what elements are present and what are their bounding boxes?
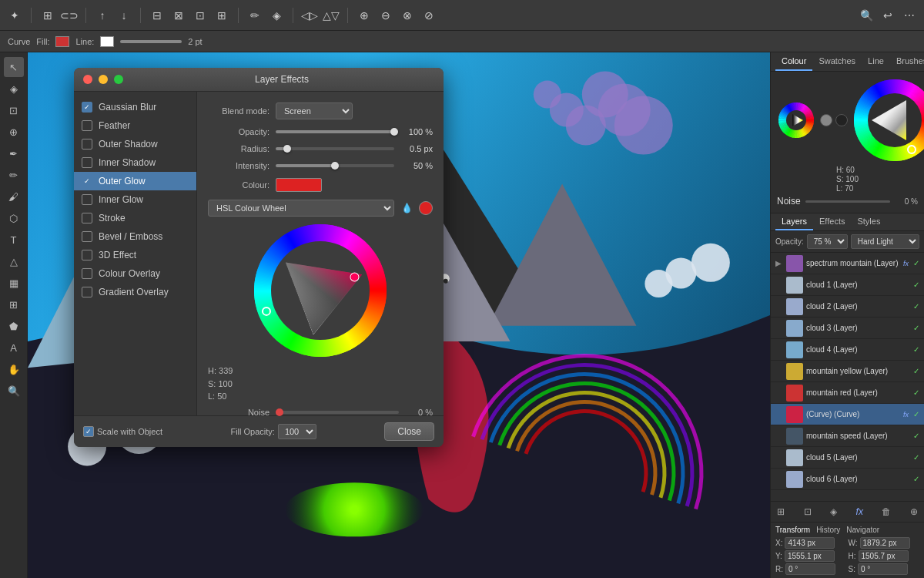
- tab-colour[interactable]: Colour: [775, 52, 812, 71]
- tab-line[interactable]: Line: [862, 52, 890, 71]
- layer-visibility-icon[interactable]: ✓: [913, 388, 919, 397]
- maximize-window-button[interactable]: [114, 75, 123, 84]
- subtract-icon[interactable]: ⊖: [377, 7, 394, 24]
- r-input[interactable]: [785, 563, 835, 575]
- mirror-v-icon[interactable]: △▽: [323, 7, 340, 24]
- s-input[interactable]: [858, 563, 908, 575]
- app-icon[interactable]: ✦: [6, 7, 23, 24]
- layer-item[interactable]: cloud 2 (Layer)✓: [771, 296, 924, 318]
- divide-icon[interactable]: ⊘: [420, 7, 437, 24]
- effect-item-feather[interactable]: Feather: [74, 116, 196, 135]
- align-icon[interactable]: ⊠: [170, 7, 187, 24]
- mirror-h-icon[interactable]: ◁▷: [301, 7, 318, 24]
- search-icon[interactable]: 🔍: [858, 7, 875, 24]
- layer-visibility-icon[interactable]: ✓: [913, 324, 919, 332]
- radius-slider[interactable]: [276, 147, 394, 150]
- add-layer-icon[interactable]: ⊞: [775, 505, 786, 519]
- node-icon[interactable]: ◈: [268, 7, 285, 24]
- layer-visibility-icon[interactable]: ✓: [913, 432, 919, 440]
- fill-opacity-dropdown[interactable]: 100 %90 %75 %50 %25 %0 %: [278, 424, 316, 439]
- grid-icon[interactable]: ⊞: [39, 7, 56, 24]
- share-icon[interactable]: ⊂⊃: [61, 7, 78, 24]
- effect-check-icon[interactable]: [82, 213, 92, 223]
- import-icon[interactable]: ↓: [116, 7, 132, 24]
- y-input[interactable]: [785, 550, 835, 562]
- duplicate-layer-icon[interactable]: ⊕: [909, 505, 919, 519]
- tab-transform[interactable]: Transform: [775, 526, 810, 534]
- brush-tool[interactable]: 🖌: [4, 187, 24, 207]
- effect-item-stroke[interactable]: Stroke: [74, 209, 196, 227]
- layer-visibility-icon[interactable]: ✓: [913, 259, 919, 267]
- boolean-icon[interactable]: ⊕: [356, 7, 373, 24]
- tab-history[interactable]: History: [816, 526, 840, 534]
- effect-item-3d-effect[interactable]: 3D Effect: [74, 246, 196, 264]
- pencil-tool[interactable]: ✏: [4, 165, 24, 185]
- more-icon[interactable]: ⋯: [901, 7, 918, 24]
- effect-check-icon[interactable]: [82, 139, 92, 150]
- effect-check-icon[interactable]: [82, 120, 92, 131]
- layer-item[interactable]: cloud 4 (Layer)✓: [771, 339, 924, 361]
- effect-check-icon[interactable]: ✓: [82, 102, 92, 113]
- scale-with-object-checkbox[interactable]: ✓ Scale with Object: [83, 426, 162, 437]
- line-width-slider[interactable]: [120, 40, 182, 43]
- h-input[interactable]: [859, 550, 909, 562]
- tab-navigator[interactable]: Navigator: [846, 526, 879, 534]
- layer-item[interactable]: cloud 6 (Layer)✓: [771, 469, 924, 490]
- select-tool[interactable]: ↖: [4, 57, 24, 77]
- layer-visibility-icon[interactable]: ✓: [913, 367, 919, 375]
- right-noise-slider[interactable]: [805, 200, 890, 203]
- layer-visibility-icon[interactable]: ✓: [913, 453, 919, 462]
- x-input[interactable]: [785, 537, 835, 549]
- layer-item[interactable]: (Curve) (Curve)fx✓: [771, 404, 924, 425]
- node-tool[interactable]: ◈: [4, 79, 24, 99]
- pen-icon[interactable]: ✏: [246, 7, 263, 24]
- colour-wheel-canvas[interactable]: [251, 221, 390, 360]
- tab-layers[interactable]: Layers: [775, 213, 813, 230]
- layer-visibility-icon[interactable]: ✓: [913, 410, 919, 418]
- blend-mode-dropdown-right[interactable]: Hard Light: [851, 234, 919, 249]
- effect-item-gaussian-blur[interactable]: ✓Gaussian Blur: [74, 98, 196, 116]
- crop-tool[interactable]: ⊡: [4, 100, 24, 120]
- layer-item[interactable]: mountain red (Layer)✓: [771, 382, 924, 404]
- effect-item-gradient-overlay[interactable]: Gradient Overlay: [74, 283, 196, 301]
- fill-tool[interactable]: ⬡: [4, 208, 24, 228]
- opacity-dropdown-right[interactable]: 75 %: [807, 234, 848, 249]
- mask-icon[interactable]: ⊡: [802, 505, 813, 519]
- effect-check-icon[interactable]: [82, 231, 92, 242]
- effect-check-icon[interactable]: [82, 157, 92, 168]
- dialog-noise-slider[interactable]: [276, 411, 399, 414]
- close-button[interactable]: Close: [384, 422, 434, 441]
- vector-tool[interactable]: ⬟: [4, 316, 24, 336]
- fx-icon[interactable]: fx: [855, 505, 865, 519]
- type-tool[interactable]: A: [4, 338, 24, 358]
- eyedropper-icon[interactable]: 💧: [399, 200, 414, 216]
- effect-check-icon[interactable]: [82, 250, 92, 260]
- layer-visibility-icon[interactable]: ✓: [913, 475, 919, 483]
- tab-effects[interactable]: Effects: [813, 213, 851, 230]
- effect-item-inner-shadow[interactable]: Inner Shadow: [74, 153, 196, 172]
- shape-tool[interactable]: △: [4, 251, 24, 271]
- layer-item[interactable]: cloud 3 (Layer)✓: [771, 318, 924, 339]
- w-input[interactable]: [860, 537, 910, 549]
- small-colour-wheel[interactable]: [777, 101, 815, 139]
- blend-mode-dropdown[interactable]: NormalScreenMultiplyOverlayHard LightSof…: [276, 102, 353, 119]
- zoom-tool[interactable]: ⊕: [4, 122, 24, 142]
- tab-swatches[interactable]: Swatches: [812, 52, 862, 71]
- layer-item[interactable]: mountain speed (Layer)✓: [771, 425, 924, 447]
- colour-wheel-wrapper[interactable]: [251, 221, 390, 360]
- text-tool[interactable]: T: [4, 230, 24, 250]
- transform-tool[interactable]: ⊞: [4, 294, 24, 314]
- layer-visibility-icon[interactable]: ✓: [913, 281, 919, 289]
- picker-type-dropdown[interactable]: HSL Colour WheelRGB SlidersCMYK SlidersH…: [208, 200, 394, 217]
- tab-brushes[interactable]: Brushes: [890, 52, 924, 71]
- swatch-grey[interactable]: [820, 114, 832, 126]
- hand-tool[interactable]: ✋: [4, 359, 24, 379]
- effect-item-bevel-emboss[interactable]: Bevel / Emboss: [74, 227, 196, 246]
- history-icon[interactable]: ↩: [879, 7, 896, 24]
- delete-layer-icon[interactable]: 🗑: [880, 505, 892, 519]
- effect-item-outer-glow[interactable]: ✓Outer Glow: [74, 172, 196, 190]
- line-color-swatch[interactable]: [100, 36, 114, 47]
- snap-icon[interactable]: ⊟: [149, 7, 166, 24]
- layer-item[interactable]: mountain yellow (Layer)✓: [771, 361, 924, 382]
- canvas-area[interactable]: Layer Effects ✓Gaussian BlurFeatherOuter…: [28, 52, 770, 578]
